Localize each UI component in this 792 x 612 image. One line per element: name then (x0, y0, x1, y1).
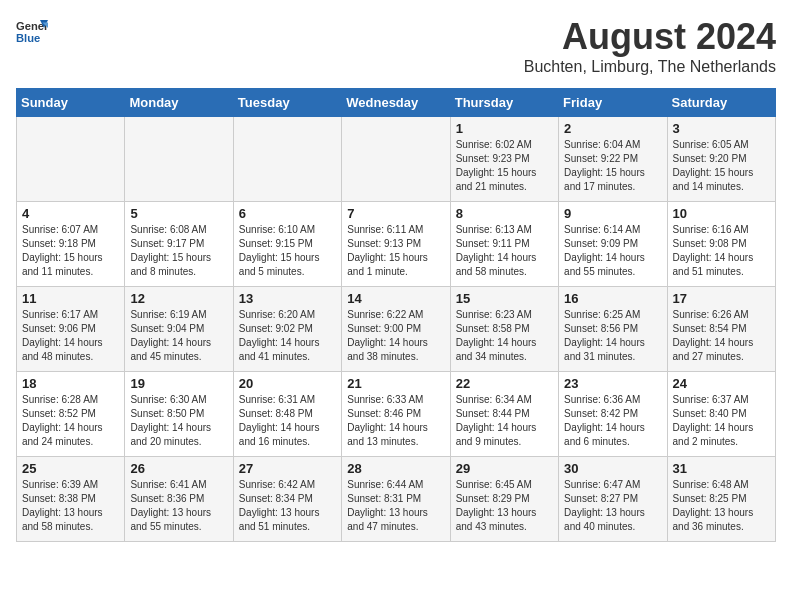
day-number: 5 (130, 206, 227, 221)
day-number: 31 (673, 461, 770, 476)
calendar-cell: 8Sunrise: 6:13 AM Sunset: 9:11 PM Daylig… (450, 202, 558, 287)
calendar-cell: 11Sunrise: 6:17 AM Sunset: 9:06 PM Dayli… (17, 287, 125, 372)
calendar-cell: 6Sunrise: 6:10 AM Sunset: 9:15 PM Daylig… (233, 202, 341, 287)
day-info: Sunrise: 6:17 AM Sunset: 9:06 PM Dayligh… (22, 308, 119, 364)
day-info: Sunrise: 6:44 AM Sunset: 8:31 PM Dayligh… (347, 478, 444, 534)
calendar-cell: 14Sunrise: 6:22 AM Sunset: 9:00 PM Dayli… (342, 287, 450, 372)
day-info: Sunrise: 6:48 AM Sunset: 8:25 PM Dayligh… (673, 478, 770, 534)
day-info: Sunrise: 6:07 AM Sunset: 9:18 PM Dayligh… (22, 223, 119, 279)
calendar-cell: 15Sunrise: 6:23 AM Sunset: 8:58 PM Dayli… (450, 287, 558, 372)
day-info: Sunrise: 6:16 AM Sunset: 9:08 PM Dayligh… (673, 223, 770, 279)
day-number: 25 (22, 461, 119, 476)
day-number: 11 (22, 291, 119, 306)
day-number: 24 (673, 376, 770, 391)
day-number: 14 (347, 291, 444, 306)
calendar-cell: 29Sunrise: 6:45 AM Sunset: 8:29 PM Dayli… (450, 457, 558, 542)
calendar-cell: 16Sunrise: 6:25 AM Sunset: 8:56 PM Dayli… (559, 287, 667, 372)
calendar-cell: 7Sunrise: 6:11 AM Sunset: 9:13 PM Daylig… (342, 202, 450, 287)
calendar-cell: 9Sunrise: 6:14 AM Sunset: 9:09 PM Daylig… (559, 202, 667, 287)
day-number: 9 (564, 206, 661, 221)
day-number: 20 (239, 376, 336, 391)
calendar-cell (125, 117, 233, 202)
day-number: 27 (239, 461, 336, 476)
day-info: Sunrise: 6:26 AM Sunset: 8:54 PM Dayligh… (673, 308, 770, 364)
calendar-cell: 28Sunrise: 6:44 AM Sunset: 8:31 PM Dayli… (342, 457, 450, 542)
calendar-cell: 18Sunrise: 6:28 AM Sunset: 8:52 PM Dayli… (17, 372, 125, 457)
header: General Blue August 2024 Buchten, Limbur… (16, 16, 776, 76)
day-number: 12 (130, 291, 227, 306)
day-number: 19 (130, 376, 227, 391)
day-number: 26 (130, 461, 227, 476)
calendar-cell: 4Sunrise: 6:07 AM Sunset: 9:18 PM Daylig… (17, 202, 125, 287)
day-number: 21 (347, 376, 444, 391)
calendar-cell: 26Sunrise: 6:41 AM Sunset: 8:36 PM Dayli… (125, 457, 233, 542)
day-info: Sunrise: 6:10 AM Sunset: 9:15 PM Dayligh… (239, 223, 336, 279)
column-header-wednesday: Wednesday (342, 89, 450, 117)
calendar-cell: 10Sunrise: 6:16 AM Sunset: 9:08 PM Dayli… (667, 202, 775, 287)
page-title: August 2024 (524, 16, 776, 58)
day-info: Sunrise: 6:05 AM Sunset: 9:20 PM Dayligh… (673, 138, 770, 194)
day-number: 8 (456, 206, 553, 221)
day-info: Sunrise: 6:02 AM Sunset: 9:23 PM Dayligh… (456, 138, 553, 194)
day-info: Sunrise: 6:19 AM Sunset: 9:04 PM Dayligh… (130, 308, 227, 364)
calendar-cell: 2Sunrise: 6:04 AM Sunset: 9:22 PM Daylig… (559, 117, 667, 202)
day-info: Sunrise: 6:42 AM Sunset: 8:34 PM Dayligh… (239, 478, 336, 534)
day-info: Sunrise: 6:36 AM Sunset: 8:42 PM Dayligh… (564, 393, 661, 449)
column-header-sunday: Sunday (17, 89, 125, 117)
calendar-cell: 13Sunrise: 6:20 AM Sunset: 9:02 PM Dayli… (233, 287, 341, 372)
calendar-cell: 30Sunrise: 6:47 AM Sunset: 8:27 PM Dayli… (559, 457, 667, 542)
day-info: Sunrise: 6:30 AM Sunset: 8:50 PM Dayligh… (130, 393, 227, 449)
calendar-cell: 20Sunrise: 6:31 AM Sunset: 8:48 PM Dayli… (233, 372, 341, 457)
day-info: Sunrise: 6:08 AM Sunset: 9:17 PM Dayligh… (130, 223, 227, 279)
column-header-tuesday: Tuesday (233, 89, 341, 117)
calendar-cell: 22Sunrise: 6:34 AM Sunset: 8:44 PM Dayli… (450, 372, 558, 457)
day-info: Sunrise: 6:28 AM Sunset: 8:52 PM Dayligh… (22, 393, 119, 449)
day-info: Sunrise: 6:14 AM Sunset: 9:09 PM Dayligh… (564, 223, 661, 279)
day-number: 17 (673, 291, 770, 306)
calendar-cell: 17Sunrise: 6:26 AM Sunset: 8:54 PM Dayli… (667, 287, 775, 372)
logo: General Blue (16, 16, 48, 48)
svg-text:Blue: Blue (16, 32, 40, 44)
day-number: 3 (673, 121, 770, 136)
column-header-monday: Monday (125, 89, 233, 117)
calendar-cell: 21Sunrise: 6:33 AM Sunset: 8:46 PM Dayli… (342, 372, 450, 457)
day-number: 18 (22, 376, 119, 391)
day-info: Sunrise: 6:47 AM Sunset: 8:27 PM Dayligh… (564, 478, 661, 534)
day-number: 28 (347, 461, 444, 476)
calendar-cell: 27Sunrise: 6:42 AM Sunset: 8:34 PM Dayli… (233, 457, 341, 542)
day-number: 16 (564, 291, 661, 306)
day-number: 1 (456, 121, 553, 136)
calendar-cell: 24Sunrise: 6:37 AM Sunset: 8:40 PM Dayli… (667, 372, 775, 457)
day-info: Sunrise: 6:20 AM Sunset: 9:02 PM Dayligh… (239, 308, 336, 364)
day-number: 13 (239, 291, 336, 306)
calendar-cell: 25Sunrise: 6:39 AM Sunset: 8:38 PM Dayli… (17, 457, 125, 542)
day-number: 30 (564, 461, 661, 476)
day-info: Sunrise: 6:23 AM Sunset: 8:58 PM Dayligh… (456, 308, 553, 364)
day-info: Sunrise: 6:04 AM Sunset: 9:22 PM Dayligh… (564, 138, 661, 194)
day-number: 22 (456, 376, 553, 391)
calendar-cell: 3Sunrise: 6:05 AM Sunset: 9:20 PM Daylig… (667, 117, 775, 202)
day-info: Sunrise: 6:41 AM Sunset: 8:36 PM Dayligh… (130, 478, 227, 534)
title-area: August 2024 Buchten, Limburg, The Nether… (524, 16, 776, 76)
day-info: Sunrise: 6:25 AM Sunset: 8:56 PM Dayligh… (564, 308, 661, 364)
calendar-cell: 1Sunrise: 6:02 AM Sunset: 9:23 PM Daylig… (450, 117, 558, 202)
column-header-thursday: Thursday (450, 89, 558, 117)
day-info: Sunrise: 6:11 AM Sunset: 9:13 PM Dayligh… (347, 223, 444, 279)
day-number: 2 (564, 121, 661, 136)
day-info: Sunrise: 6:37 AM Sunset: 8:40 PM Dayligh… (673, 393, 770, 449)
calendar-table: SundayMondayTuesdayWednesdayThursdayFrid… (16, 88, 776, 542)
day-info: Sunrise: 6:39 AM Sunset: 8:38 PM Dayligh… (22, 478, 119, 534)
day-info: Sunrise: 6:22 AM Sunset: 9:00 PM Dayligh… (347, 308, 444, 364)
page-subtitle: Buchten, Limburg, The Netherlands (524, 58, 776, 76)
calendar-cell: 19Sunrise: 6:30 AM Sunset: 8:50 PM Dayli… (125, 372, 233, 457)
calendar-cell (17, 117, 125, 202)
day-number: 23 (564, 376, 661, 391)
logo-icon: General Blue (16, 16, 48, 48)
column-header-friday: Friday (559, 89, 667, 117)
day-info: Sunrise: 6:13 AM Sunset: 9:11 PM Dayligh… (456, 223, 553, 279)
day-number: 4 (22, 206, 119, 221)
calendar-cell: 31Sunrise: 6:48 AM Sunset: 8:25 PM Dayli… (667, 457, 775, 542)
calendar-cell (233, 117, 341, 202)
day-info: Sunrise: 6:31 AM Sunset: 8:48 PM Dayligh… (239, 393, 336, 449)
day-info: Sunrise: 6:33 AM Sunset: 8:46 PM Dayligh… (347, 393, 444, 449)
